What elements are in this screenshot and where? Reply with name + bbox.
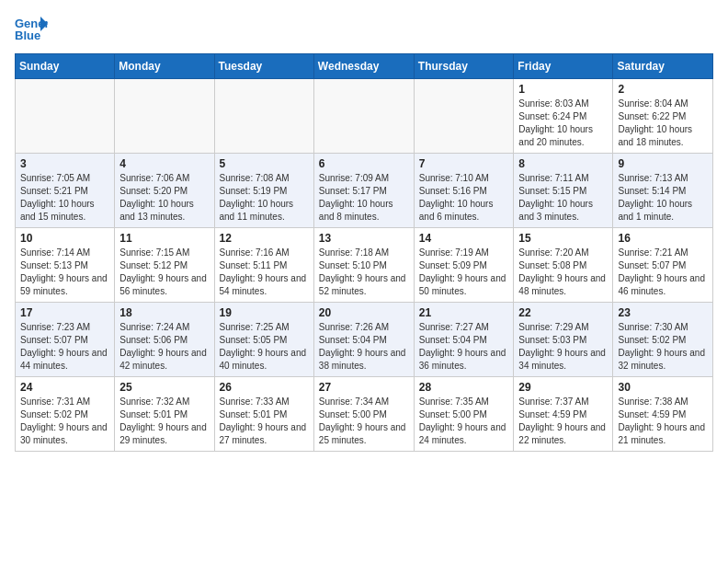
day-info: Sunrise: 7:19 AM Sunset: 5:09 PM Dayligh… xyxy=(419,247,509,298)
day-number: 6 xyxy=(319,157,409,170)
calendar-day-cell: 18Sunrise: 7:24 AM Sunset: 5:06 PM Dayli… xyxy=(115,303,214,377)
calendar-week-row: 1Sunrise: 8:03 AM Sunset: 6:24 PM Daylig… xyxy=(16,79,713,154)
day-number: 3 xyxy=(20,157,109,170)
page-header: General Blue xyxy=(15,15,713,42)
calendar-day-cell: 3Sunrise: 7:05 AM Sunset: 5:21 PM Daylig… xyxy=(16,154,115,228)
calendar-day-cell xyxy=(313,79,414,154)
day-number: 7 xyxy=(419,157,509,170)
day-info: Sunrise: 7:38 AM Sunset: 4:59 PM Dayligh… xyxy=(618,396,708,447)
day-info: Sunrise: 7:11 AM Sunset: 5:15 PM Dayligh… xyxy=(518,172,608,224)
calendar-week-row: 17Sunrise: 7:23 AM Sunset: 5:07 PM Dayli… xyxy=(16,303,713,377)
day-number: 27 xyxy=(319,381,409,394)
calendar-day-cell xyxy=(414,79,514,154)
day-number: 13 xyxy=(319,232,409,245)
day-info: Sunrise: 7:26 AM Sunset: 5:04 PM Dayligh… xyxy=(319,321,409,373)
day-info: Sunrise: 7:29 AM Sunset: 5:03 PM Dayligh… xyxy=(518,321,608,373)
calendar-day-cell: 24Sunrise: 7:31 AM Sunset: 5:02 PM Dayli… xyxy=(16,377,115,452)
weekday-header: Sunday xyxy=(16,54,115,79)
calendar-week-row: 3Sunrise: 7:05 AM Sunset: 5:21 PM Daylig… xyxy=(16,154,713,228)
day-info: Sunrise: 7:16 AM Sunset: 5:11 PM Dayligh… xyxy=(220,247,309,298)
day-number: 1 xyxy=(518,83,608,96)
calendar-day-cell: 22Sunrise: 7:29 AM Sunset: 5:03 PM Dayli… xyxy=(514,303,613,377)
day-number: 16 xyxy=(618,232,708,245)
day-number: 10 xyxy=(20,232,109,245)
calendar-day-cell: 8Sunrise: 7:11 AM Sunset: 5:15 PM Daylig… xyxy=(514,154,613,228)
weekday-header: Monday xyxy=(115,54,214,79)
day-number: 21 xyxy=(419,306,509,319)
day-info: Sunrise: 7:05 AM Sunset: 5:21 PM Dayligh… xyxy=(20,172,109,224)
day-number: 11 xyxy=(119,232,209,245)
calendar-day-cell: 21Sunrise: 7:27 AM Sunset: 5:04 PM Dayli… xyxy=(414,303,514,377)
calendar-table: SundayMondayTuesdayWednesdayThursdayFrid… xyxy=(15,53,713,452)
day-number: 15 xyxy=(518,232,608,245)
day-info: Sunrise: 7:31 AM Sunset: 5:02 PM Dayligh… xyxy=(20,396,109,447)
weekday-header: Friday xyxy=(514,54,613,79)
calendar-day-cell: 13Sunrise: 7:18 AM Sunset: 5:10 PM Dayli… xyxy=(313,228,414,303)
weekday-header: Thursday xyxy=(414,54,514,79)
day-number: 28 xyxy=(419,381,509,394)
day-info: Sunrise: 7:32 AM Sunset: 5:01 PM Dayligh… xyxy=(119,396,209,447)
day-info: Sunrise: 7:09 AM Sunset: 5:17 PM Dayligh… xyxy=(319,172,409,224)
day-info: Sunrise: 7:35 AM Sunset: 5:00 PM Dayligh… xyxy=(419,396,509,447)
calendar-day-cell: 27Sunrise: 7:34 AM Sunset: 5:00 PM Dayli… xyxy=(313,377,414,452)
calendar-day-cell: 10Sunrise: 7:14 AM Sunset: 5:13 PM Dayli… xyxy=(16,228,115,303)
calendar-day-cell: 7Sunrise: 7:10 AM Sunset: 5:16 PM Daylig… xyxy=(414,154,514,228)
day-number: 23 xyxy=(618,306,708,319)
calendar-day-cell: 29Sunrise: 7:37 AM Sunset: 4:59 PM Dayli… xyxy=(514,377,613,452)
day-number: 4 xyxy=(119,157,209,170)
day-info: Sunrise: 7:34 AM Sunset: 5:00 PM Dayligh… xyxy=(319,396,409,447)
day-info: Sunrise: 7:27 AM Sunset: 5:04 PM Dayligh… xyxy=(419,321,509,373)
logo: General Blue xyxy=(15,15,53,42)
logo-icon: General Blue xyxy=(15,15,48,42)
calendar-day-cell: 6Sunrise: 7:09 AM Sunset: 5:17 PM Daylig… xyxy=(313,154,414,228)
calendar-day-cell: 19Sunrise: 7:25 AM Sunset: 5:05 PM Dayli… xyxy=(214,303,313,377)
calendar-day-cell: 2Sunrise: 8:04 AM Sunset: 6:22 PM Daylig… xyxy=(613,79,713,154)
day-info: Sunrise: 8:03 AM Sunset: 6:24 PM Dayligh… xyxy=(518,98,608,149)
day-info: Sunrise: 7:20 AM Sunset: 5:08 PM Dayligh… xyxy=(518,247,608,298)
calendar-day-cell: 11Sunrise: 7:15 AM Sunset: 5:12 PM Dayli… xyxy=(115,228,214,303)
day-info: Sunrise: 7:25 AM Sunset: 5:05 PM Dayligh… xyxy=(220,321,309,373)
day-number: 22 xyxy=(518,306,608,319)
calendar-day-cell: 20Sunrise: 7:26 AM Sunset: 5:04 PM Dayli… xyxy=(313,303,414,377)
day-number: 29 xyxy=(518,381,608,394)
calendar-day-cell: 12Sunrise: 7:16 AM Sunset: 5:11 PM Dayli… xyxy=(214,228,313,303)
day-info: Sunrise: 7:21 AM Sunset: 5:07 PM Dayligh… xyxy=(618,247,708,298)
day-number: 18 xyxy=(119,306,209,319)
day-number: 25 xyxy=(119,381,209,394)
calendar-day-cell: 23Sunrise: 7:30 AM Sunset: 5:02 PM Dayli… xyxy=(613,303,713,377)
day-number: 9 xyxy=(618,157,708,170)
day-number: 26 xyxy=(220,381,309,394)
calendar-day-cell: 5Sunrise: 7:08 AM Sunset: 5:19 PM Daylig… xyxy=(214,154,313,228)
day-info: Sunrise: 7:13 AM Sunset: 5:14 PM Dayligh… xyxy=(618,172,708,224)
calendar-day-cell: 4Sunrise: 7:06 AM Sunset: 5:20 PM Daylig… xyxy=(115,154,214,228)
calendar-day-cell: 9Sunrise: 7:13 AM Sunset: 5:14 PM Daylig… xyxy=(613,154,713,228)
calendar-day-cell: 28Sunrise: 7:35 AM Sunset: 5:00 PM Dayli… xyxy=(414,377,514,452)
calendar-day-cell: 16Sunrise: 7:21 AM Sunset: 5:07 PM Dayli… xyxy=(613,228,713,303)
svg-text:Blue: Blue xyxy=(15,29,40,42)
weekday-header: Wednesday xyxy=(313,54,414,79)
day-info: Sunrise: 7:30 AM Sunset: 5:02 PM Dayligh… xyxy=(618,321,708,373)
calendar-day-cell xyxy=(214,79,313,154)
day-info: Sunrise: 7:37 AM Sunset: 4:59 PM Dayligh… xyxy=(518,396,608,447)
day-info: Sunrise: 7:23 AM Sunset: 5:07 PM Dayligh… xyxy=(20,321,109,373)
calendar-day-cell: 26Sunrise: 7:33 AM Sunset: 5:01 PM Dayli… xyxy=(214,377,313,452)
calendar-week-row: 24Sunrise: 7:31 AM Sunset: 5:02 PM Dayli… xyxy=(16,377,713,452)
day-number: 30 xyxy=(618,381,708,394)
day-info: Sunrise: 7:15 AM Sunset: 5:12 PM Dayligh… xyxy=(119,247,209,298)
calendar-day-cell: 25Sunrise: 7:32 AM Sunset: 5:01 PM Dayli… xyxy=(115,377,214,452)
calendar-day-cell: 30Sunrise: 7:38 AM Sunset: 4:59 PM Dayli… xyxy=(613,377,713,452)
day-number: 8 xyxy=(518,157,608,170)
day-info: Sunrise: 7:10 AM Sunset: 5:16 PM Dayligh… xyxy=(419,172,509,224)
day-info: Sunrise: 7:14 AM Sunset: 5:13 PM Dayligh… xyxy=(20,247,109,298)
day-number: 20 xyxy=(319,306,409,319)
day-info: Sunrise: 7:08 AM Sunset: 5:19 PM Dayligh… xyxy=(220,172,309,224)
day-number: 2 xyxy=(618,83,708,96)
day-number: 17 xyxy=(20,306,109,319)
calendar-week-row: 10Sunrise: 7:14 AM Sunset: 5:13 PM Dayli… xyxy=(16,228,713,303)
day-info: Sunrise: 7:24 AM Sunset: 5:06 PM Dayligh… xyxy=(119,321,209,373)
calendar-day-cell xyxy=(16,79,115,154)
weekday-header: Tuesday xyxy=(214,54,313,79)
day-info: Sunrise: 7:18 AM Sunset: 5:10 PM Dayligh… xyxy=(319,247,409,298)
day-info: Sunrise: 8:04 AM Sunset: 6:22 PM Dayligh… xyxy=(618,98,708,149)
calendar-day-cell: 14Sunrise: 7:19 AM Sunset: 5:09 PM Dayli… xyxy=(414,228,514,303)
